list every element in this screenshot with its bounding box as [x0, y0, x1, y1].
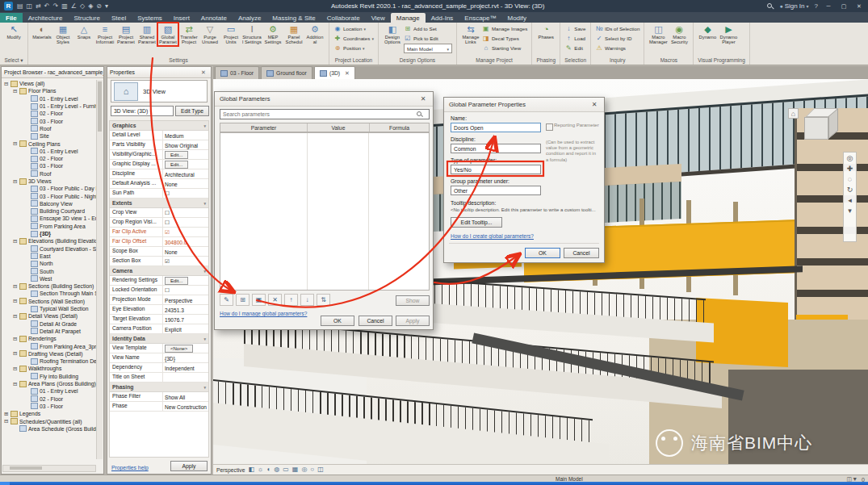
ribbon-tab-steel[interactable]: Steel	[106, 13, 132, 23]
ribbon-tab-massing-site[interactable]: Massing & Site	[266, 13, 321, 23]
type-of-parameter-select[interactable]: Yes/No	[451, 165, 541, 174]
tree-item-area-schedule-gross-building[interactable]: Area Schedule (Gross Building	[2, 425, 96, 433]
tree-item-ceiling-plans[interactable]: ⊟Ceiling Plans	[2, 140, 96, 147]
tree-item-03-floor-public-night-re[interactable]: 03 - Floor Public - Night Re...	[2, 192, 96, 199]
close-icon[interactable]: ✕	[589, 101, 599, 108]
shadows-icon[interactable]: ◐	[266, 466, 270, 473]
section-icon[interactable]: ⊘	[96, 3, 102, 10]
snaps-button[interactable]: △Snaps	[74, 23, 94, 45]
main-model-select[interactable]: Main Model	[404, 44, 452, 53]
group-parameter-select[interactable]: Other	[451, 186, 541, 195]
ribbon-tab-insert[interactable]: Insert	[168, 13, 195, 23]
tree-item-typical-wall-section[interactable]: Typical Wall Section	[2, 305, 96, 312]
purge-unused-button[interactable]: ▽Purge Unused	[200, 23, 220, 45]
properties-help-link[interactable]: Properties help	[111, 465, 149, 470]
rewind-icon[interactable]: ◂	[848, 197, 852, 204]
tree-expander-icon[interactable]: ⊟	[13, 178, 19, 185]
properties-header[interactable]: Properties ✕	[107, 67, 211, 78]
delete-global-parameter-icon[interactable]: ✕	[268, 294, 282, 306]
redo-icon[interactable]: ↷	[53, 3, 59, 10]
crop-region-icon[interactable]: ▦	[292, 466, 299, 473]
new-global-parameter-icon[interactable]: ⊞	[236, 294, 249, 306]
create-parameters-help-link[interactable]: How do I create global parameters?	[451, 233, 534, 239]
show-button[interactable]: Show	[396, 295, 430, 306]
structural-settings-button[interactable]: ⅠStructural Settings	[242, 23, 262, 45]
ribbon-tab-add-ins[interactable]: Add-Ins	[426, 13, 459, 23]
tree-item-02-floor[interactable]: 02 - Floor	[2, 110, 96, 117]
position-button[interactable]: ⊕Position	[333, 44, 374, 52]
rendering-settings-edit-button[interactable]: Edit...	[165, 277, 188, 285]
temporary-view-properties-icon[interactable]: ◫	[317, 466, 324, 473]
ribbon-tab-architecture[interactable]: Architecture	[23, 13, 69, 23]
help-menu[interactable]: ?	[815, 3, 818, 10]
tree-item-03-floor[interactable]: 03 - Floor	[2, 117, 96, 124]
ribbon-tab-annotate[interactable]: Annotate	[195, 13, 233, 23]
close-view-icon[interactable]: ✕	[345, 70, 350, 77]
tree-item-sections-building-section[interactable]: ⊟Sections (Building Section)	[2, 282, 96, 290]
ribbon-tab-file[interactable]: File	[0, 13, 23, 23]
parameter-table-body[interactable]	[220, 132, 430, 291]
tree-expander-icon[interactable]: ⊟	[4, 418, 10, 424]
duplicate-global-parameter-icon[interactable]: ▣	[252, 294, 266, 306]
type-selector-combo[interactable]: 3D View: (3D)	[111, 106, 174, 116]
properties-section-graphics[interactable]: Graphics▾	[110, 121, 208, 131]
phases-button[interactable]: ◔Phases	[536, 23, 556, 45]
tree-item-01-entry-level[interactable]: 01 - Entry Level	[2, 148, 96, 155]
tree-item-building-courtyard[interactable]: Building Courtyard	[2, 207, 96, 215]
ok-button[interactable]: OK	[525, 248, 560, 258]
tree-item-site[interactable]: Site	[2, 132, 96, 140]
properties-apply-button[interactable]: Apply	[170, 461, 208, 471]
search-parameters-input[interactable]	[220, 109, 430, 119]
tree-item-roofing-termination-detail[interactable]: Roofing Termination Detail	[2, 357, 96, 365]
steering-wheel-icon[interactable]: ◎	[847, 155, 853, 162]
properties-section-identity-data[interactable]: Identity Data▾	[110, 334, 208, 344]
load-button[interactable]: ↑Load	[564, 34, 585, 43]
tree-item-3d-views[interactable]: ⊟3D Views	[2, 178, 96, 185]
tree-item-roof[interactable]: Roof	[2, 125, 96, 132]
column-header[interactable]: Value	[308, 123, 370, 132]
open-icon[interactable]: ▤	[17, 3, 23, 10]
object-styles-button[interactable]: ▦Object Styles	[53, 23, 73, 45]
type-selector[interactable]: 3D View	[111, 80, 208, 102]
properties-section-camera[interactable]: Camera▾	[110, 266, 208, 276]
mep-settings-button[interactable]: ⚙MEP Settings	[263, 23, 283, 45]
view-scale-button[interactable]: Perspective	[216, 467, 245, 473]
dynamo-button[interactable]: ◆Dynamo	[698, 23, 717, 45]
tree-item-west[interactable]: West	[2, 275, 96, 282]
browser-vertical-scrollbar[interactable]	[96, 80, 103, 459]
discipline-select[interactable]: Common	[451, 144, 541, 153]
move-parameter-down-icon[interactable]: ↓	[300, 294, 314, 306]
manage-parameters-help-link[interactable]: How do I manage global parameters?	[220, 311, 307, 316]
viewcube[interactable]: ⌂	[790, 103, 846, 152]
temporary-hide-isolate-icon[interactable]: ◎	[301, 466, 307, 473]
cancel-button[interactable]: Cancel	[359, 316, 392, 326]
revit-logo[interactable]: R	[4, 2, 13, 10]
navbar-more-icon[interactable]: ▾	[848, 207, 852, 215]
decal-types-button[interactable]: ◨Decal Types	[482, 34, 527, 43]
manage-images-button[interactable]: ▣Manage Images	[482, 24, 527, 33]
tree-item-from-parking-area-3pm[interactable]: From Parking Area_3pm	[2, 342, 96, 349]
scrollbar-thumb[interactable]	[98, 82, 102, 132]
tree-item-03-floor[interactable]: 03 - Floor	[2, 162, 96, 169]
cancel-button[interactable]: Cancel	[564, 248, 599, 258]
close-icon[interactable]: ✕	[199, 69, 208, 76]
location-button[interactable]: ◉Location	[333, 24, 374, 33]
close-icon[interactable]: ✕	[418, 95, 428, 102]
edit-type-button[interactable]: Edit Type	[175, 106, 209, 116]
render-icon[interactable]: ◍	[274, 466, 279, 473]
design-options-button[interactable]: ◧Design Options	[383, 23, 402, 45]
tree-item-enscape-3d-view-1-end-of[interactable]: Enscape 3D view 1 - End of ...	[2, 215, 96, 222]
ribbon-tab-collaborate[interactable]: Collaborate	[321, 13, 366, 23]
tree-item-roof[interactable]: Roof	[2, 170, 96, 178]
customize-quick-access-icon[interactable]: ▾	[105, 3, 108, 10]
crop-view-icon[interactable]: ▭	[283, 466, 289, 473]
tree-item-01-entry-level[interactable]: 01 - Entry Level	[2, 95, 96, 102]
starting-view-button[interactable]: ⌂Starting View	[482, 44, 527, 52]
orbit-icon[interactable]: ↻	[847, 186, 853, 194]
tree-expander-icon[interactable]: ⊟	[13, 298, 19, 304]
maximize-button[interactable]: ▢	[839, 3, 849, 10]
project-browser-header[interactable]: Project Browser - rac_advanced_sample_..…	[2, 67, 103, 78]
close-button[interactable]: ✕	[854, 3, 864, 10]
macro-manager-button[interactable]: ◫Macro Manager	[648, 23, 668, 45]
tree-item-03-floor[interactable]: 03 - Floor	[2, 403, 96, 410]
